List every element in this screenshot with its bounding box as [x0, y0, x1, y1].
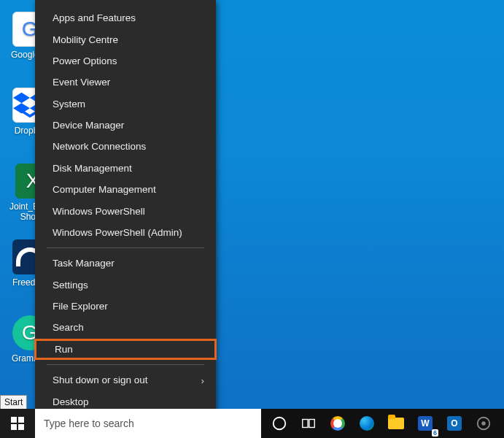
menu-shut-down-or-sign-out[interactable]: Shut down or sign out ›: [35, 369, 216, 391]
menu-label: Shut down or sign out: [53, 374, 148, 385]
taskbar: Type here to search W 6 O: [0, 409, 504, 438]
menu-computer-management[interactable]: Computer Management: [35, 179, 216, 200]
svg-point-0: [274, 418, 286, 430]
start-tooltip: Start: [0, 395, 27, 410]
menu-settings[interactable]: Settings: [35, 274, 216, 296]
chrome-icon: [330, 416, 345, 431]
start-button[interactable]: [0, 409, 35, 438]
menu-system[interactable]: System: [35, 93, 216, 115]
word-badge: 6: [432, 429, 438, 437]
task-view-icon: [301, 415, 317, 431]
task-view-button[interactable]: [294, 409, 323, 438]
outlook-icon: O: [447, 416, 462, 431]
taskbar-chrome[interactable]: [323, 409, 352, 438]
svg-rect-2: [309, 420, 314, 428]
svg-point-4: [481, 421, 486, 426]
taskbar-outlook[interactable]: O: [440, 409, 469, 438]
menu-device-manager[interactable]: Device Manager: [35, 115, 216, 136]
taskbar-word[interactable]: W 6: [411, 409, 440, 438]
menu-windows-powershell-admin[interactable]: Windows PowerShell (Admin): [35, 222, 216, 243]
menu-file-explorer[interactable]: File Explorer: [35, 296, 216, 317]
menu-search[interactable]: Search: [35, 317, 216, 338]
taskbar-circle-app[interactable]: [469, 409, 498, 438]
menu-mobility-centre[interactable]: Mobility Centre: [35, 28, 216, 50]
taskbar-pinned-apps: W 6 O: [265, 409, 504, 438]
menu-windows-powershell[interactable]: Windows PowerShell: [35, 200, 216, 221]
menu-disk-management[interactable]: Disk Management: [35, 158, 216, 179]
menu-power-options[interactable]: Power Options: [35, 50, 216, 72]
word-icon: W: [418, 416, 433, 431]
svg-rect-1: [303, 420, 308, 428]
taskbar-file-explorer[interactable]: [381, 409, 411, 438]
menu-apps-and-features[interactable]: Apps and Features: [35, 7, 216, 28]
menu-separator: [47, 247, 204, 248]
taskbar-edge[interactable]: [352, 409, 381, 438]
menu-separator: [47, 364, 204, 365]
windows-logo-icon: [11, 417, 24, 430]
edge-icon: [360, 416, 374, 431]
menu-event-viewer[interactable]: Event Viewer: [35, 72, 216, 93]
chevron-right-icon: ›: [201, 374, 205, 385]
circle-icon: [476, 415, 492, 431]
menu-network-connections[interactable]: Network Connections: [35, 136, 216, 157]
taskbar-search[interactable]: Type here to search: [35, 409, 261, 438]
cortana-icon: [271, 415, 287, 431]
menu-task-manager[interactable]: Task Manager: [35, 253, 216, 274]
winx-menu: Apps and Features Mobility Centre Power …: [35, 0, 216, 422]
cortana-button[interactable]: [265, 409, 294, 438]
folder-icon: [388, 418, 404, 429]
menu-run[interactable]: Run: [34, 339, 217, 360]
search-placeholder: Type here to search: [44, 418, 134, 429]
